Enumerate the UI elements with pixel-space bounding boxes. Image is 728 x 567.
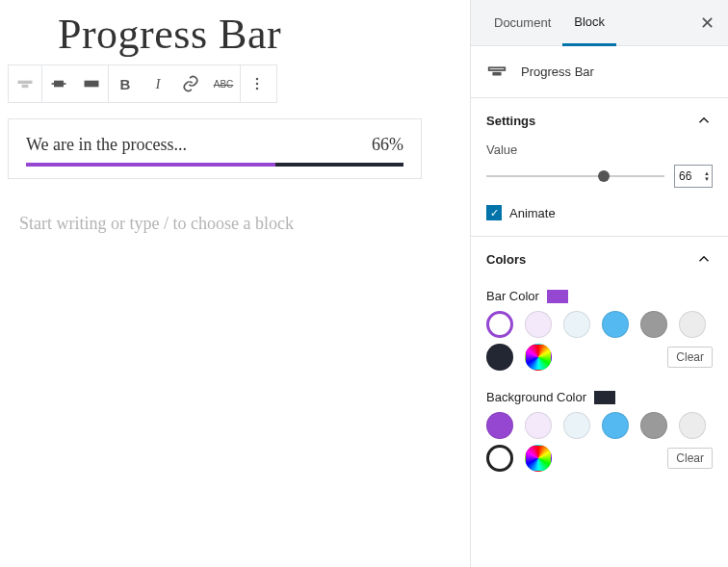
- more-options-icon[interactable]: [241, 65, 273, 102]
- settings-panel-toggle[interactable]: Settings: [471, 98, 728, 142]
- paragraph-placeholder[interactable]: Start writing or type / to choose a bloc…: [8, 210, 316, 239]
- bar-color-label: Bar Color: [486, 289, 539, 303]
- svg-rect-9: [493, 73, 500, 75]
- chevron-up-icon: [695, 250, 713, 268]
- progress-fill: [26, 163, 275, 167]
- color-swatch-selected[interactable]: [486, 445, 513, 472]
- tab-document[interactable]: Document: [482, 0, 562, 46]
- tab-block[interactable]: Block: [562, 0, 616, 46]
- italic-icon[interactable]: I: [142, 65, 174, 102]
- svg-rect-0: [18, 82, 31, 84]
- progress-bar-icon: [486, 60, 507, 84]
- color-swatch[interactable]: [679, 412, 706, 439]
- color-swatch[interactable]: [563, 412, 590, 439]
- colors-panel: Colors Bar Color: [471, 236, 728, 487]
- svg-rect-1: [23, 86, 28, 88]
- settings-panel: Settings Value 66 ▲▼ ✓ Animate: [471, 97, 728, 236]
- block-type-icon[interactable]: [9, 65, 41, 102]
- block-toolbar: B I ABC: [8, 64, 277, 103]
- bar-color-swatch: [547, 290, 568, 303]
- color-swatch[interactable]: [640, 412, 667, 439]
- align-wide-icon[interactable]: [75, 65, 108, 102]
- value-number: 66: [679, 169, 691, 183]
- editor-canvas: Progress Bar B I ABC We are in the proce…: [0, 0, 470, 567]
- color-swatch[interactable]: [602, 412, 629, 439]
- color-swatch[interactable]: [525, 311, 552, 338]
- value-label: Value: [486, 142, 713, 157]
- progress-bar-block[interactable]: We are in the process... 66%: [8, 118, 422, 179]
- color-swatch[interactable]: [525, 412, 552, 439]
- block-header: Progress Bar: [471, 46, 728, 97]
- bg-color-label: Background Color: [486, 390, 586, 404]
- svg-point-6: [256, 83, 259, 86]
- bg-color-swatch: [594, 391, 615, 404]
- inspector-sidebar: Document Block ✕ Progress Bar Settings V…: [470, 0, 728, 567]
- color-swatch[interactable]: [640, 311, 667, 338]
- bold-icon[interactable]: B: [109, 65, 142, 102]
- stepper-icon[interactable]: ▲▼: [704, 170, 710, 182]
- svg-point-7: [256, 88, 259, 90]
- custom-color-icon[interactable]: [525, 344, 552, 371]
- block-name: Progress Bar: [521, 64, 594, 79]
- color-swatch[interactable]: [563, 311, 590, 338]
- svg-point-5: [256, 78, 259, 81]
- color-swatch[interactable]: [679, 311, 706, 338]
- animate-checkbox[interactable]: ✓: [486, 205, 502, 220]
- chevron-up-icon: [695, 112, 713, 129]
- align-center-icon[interactable]: [42, 65, 75, 102]
- settings-panel-title: Settings: [486, 114, 535, 128]
- sidebar-tabs: Document Block ✕: [471, 0, 728, 46]
- color-swatch-selected[interactable]: [486, 311, 513, 338]
- custom-color-icon[interactable]: [525, 445, 552, 472]
- svg-rect-4: [85, 81, 99, 88]
- color-swatch[interactable]: [602, 311, 629, 338]
- svg-rect-8: [489, 67, 506, 70]
- progress-label[interactable]: We are in the process...: [26, 135, 187, 155]
- value-input[interactable]: 66 ▲▼: [674, 165, 713, 188]
- color-swatch[interactable]: [486, 344, 513, 371]
- animate-label: Animate: [509, 206, 556, 220]
- svg-rect-3: [52, 83, 66, 85]
- progress-value: 66%: [372, 135, 403, 155]
- link-icon[interactable]: [174, 65, 207, 102]
- colors-panel-toggle[interactable]: Colors: [471, 237, 728, 281]
- clear-bg-color-button[interactable]: Clear: [667, 448, 713, 469]
- value-slider[interactable]: [486, 167, 664, 186]
- page-title[interactable]: Progress Bar: [8, 10, 462, 59]
- colors-panel-title: Colors: [486, 252, 526, 267]
- strikethrough-icon[interactable]: ABC: [207, 65, 240, 102]
- close-icon[interactable]: ✕: [691, 8, 722, 39]
- progress-track: [26, 163, 403, 167]
- color-swatch[interactable]: [486, 412, 513, 439]
- clear-bar-color-button[interactable]: Clear: [667, 347, 713, 368]
